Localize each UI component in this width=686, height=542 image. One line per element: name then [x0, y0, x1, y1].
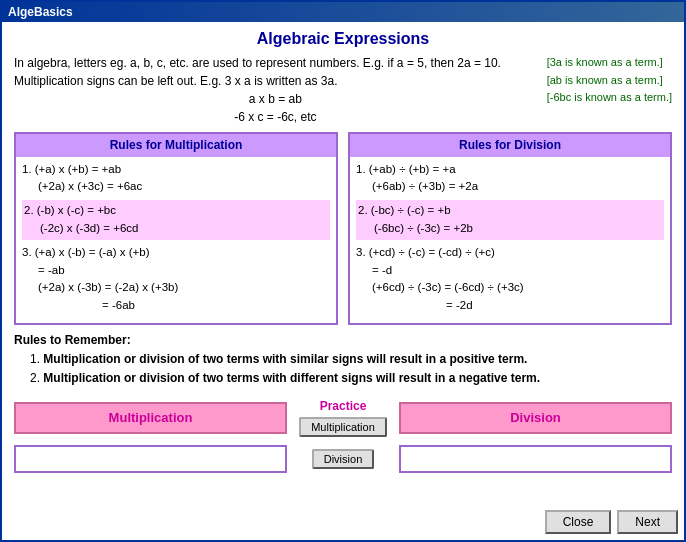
remember-item2-text: Multiplication or division of two terms …	[43, 371, 540, 385]
close-button[interactable]: Close	[545, 510, 612, 534]
multiplication-rules-body: 1. (+a) x (+b) = +ab (+2a) x (+3c) = +6a…	[16, 157, 336, 324]
content-area: Algebraic Expressions In algebra, letter…	[2, 22, 684, 506]
div-rule1: 1. (+ab) ÷ (+b) = +a (+6ab) ÷ (+3b) = +2…	[356, 161, 664, 197]
remember-section: Rules to Remember: 1. Multiplication or …	[14, 331, 672, 389]
division-practice-btn[interactable]: Division	[312, 449, 375, 469]
division-rules-title: Rules for Division	[350, 134, 670, 157]
mult-rule2-a: 2. (-b) x (-c) = +bc	[24, 202, 328, 220]
next-button[interactable]: Next	[617, 510, 678, 534]
intro-line1: In algebra, letters eg. a, b, c, etc. ar…	[14, 54, 537, 72]
terms-box: [3a is known as a term.] [ab is known as…	[547, 54, 672, 107]
division-label: Division	[510, 410, 561, 425]
title-bar: AlgeBasics	[2, 2, 684, 22]
rules-row: Rules for Multiplication 1. (+a) x (+b) …	[14, 132, 672, 325]
page-title: Algebraic Expressions	[14, 30, 672, 48]
div-rule3-b: = -d	[356, 262, 664, 280]
intro-line2: Multiplication signs can be left out. E.…	[14, 72, 537, 90]
multiplication-rules-box: Rules for Multiplication 1. (+a) x (+b) …	[14, 132, 338, 325]
intro-line4: -6 x c = -6c, etc	[14, 108, 537, 126]
division-btn-col: Division	[293, 449, 393, 469]
div-rule3-c: (+6cd) ÷ (-3c) = (-6cd) ÷ (+3c)	[356, 279, 664, 297]
multiplication-rules-title: Rules for Multiplication	[16, 134, 336, 157]
mult-rule3-d: = -6ab	[22, 297, 330, 315]
intro-text: In algebra, letters eg. a, b, c, etc. ar…	[14, 54, 537, 126]
div-rule3: 3. (+cd) ÷ (-c) = (-cd) ÷ (+c) = -d (+6c…	[356, 244, 664, 315]
mult-rule3-a: 3. (+a) x (-b) = (-a) x (+b)	[22, 244, 330, 262]
remember-item1: 1. Multiplication or division of two ter…	[30, 350, 672, 369]
intro-area: In algebra, letters eg. a, b, c, etc. ar…	[14, 54, 672, 126]
footer-row: Close Next	[2, 506, 684, 540]
remember-item2: 2. Multiplication or division of two ter…	[30, 369, 672, 388]
div-rule3-d: = -2d	[356, 297, 664, 315]
multiplication-practice-btn[interactable]: Multiplication	[299, 417, 387, 437]
division-label-box: Division	[399, 402, 672, 434]
multiplication-label-box: Multiplication	[14, 402, 287, 434]
div-rule2-a: 2. (-bc) ÷ (-c) = +b	[358, 202, 662, 220]
div-rule1-a: 1. (+ab) ÷ (+b) = +a	[356, 161, 664, 179]
division-answer-input[interactable]	[399, 445, 672, 473]
div-rule2-b: (-6bc) ÷ (-3c) = +2b	[358, 220, 662, 238]
remember-title: Rules to Remember:	[14, 331, 672, 350]
multiplication-label: Multiplication	[109, 410, 193, 425]
term2: [ab is known as a term.]	[547, 72, 672, 90]
multiplication-answer-input[interactable]	[14, 445, 287, 473]
mult-rule1-a: 1. (+a) x (+b) = +ab	[22, 161, 330, 179]
term3: [-6bc is known as a term.]	[547, 89, 672, 107]
window-title: AlgeBasics	[8, 5, 73, 19]
mult-rule1-b: (+2a) x (+3c) = +6ac	[22, 178, 330, 196]
division-rules-body: 1. (+ab) ÷ (+b) = +a (+6ab) ÷ (+3b) = +2…	[350, 157, 670, 324]
mult-rule3: 3. (+a) x (-b) = (-a) x (+b) = -ab (+2a)…	[22, 244, 330, 315]
practice-row: Multiplication Practice Multiplication D…	[14, 399, 672, 437]
mult-rule2-b: (-2c) x (-3d) = +6cd	[24, 220, 328, 238]
div-rule2: 2. (-bc) ÷ (-c) = +b (-6bc) ÷ (-3c) = +2…	[356, 200, 664, 240]
div-rule1-b: (+6ab) ÷ (+3b) = +2a	[356, 178, 664, 196]
mult-rule1: 1. (+a) x (+b) = +ab (+2a) x (+3c) = +6a…	[22, 161, 330, 197]
mult-rule3-b: = -ab	[22, 262, 330, 280]
intro-line3: a x b = ab	[14, 90, 537, 108]
term1: [3a is known as a term.]	[547, 54, 672, 72]
practice-label: Practice	[320, 399, 367, 413]
division-rules-box: Rules for Division 1. (+ab) ÷ (+b) = +a …	[348, 132, 672, 325]
main-window: AlgeBasics Algebraic Expressions In alge…	[0, 0, 686, 542]
div-rule3-a: 3. (+cd) ÷ (-c) = (-cd) ÷ (+c)	[356, 244, 664, 262]
remember-item1-text: Multiplication or division of two terms …	[43, 352, 527, 366]
mult-rule2: 2. (-b) x (-c) = +bc (-2c) x (-3d) = +6c…	[22, 200, 330, 240]
answer-row: Division	[14, 445, 672, 473]
practice-buttons-col: Practice Multiplication	[293, 399, 393, 437]
mult-rule3-c: (+2a) x (-3b) = (-2a) x (+3b)	[22, 279, 330, 297]
